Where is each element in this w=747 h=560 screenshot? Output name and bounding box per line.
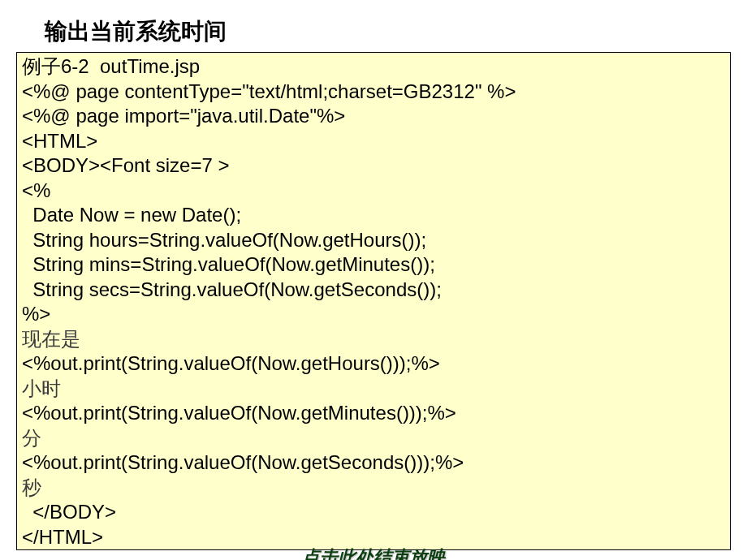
slide-title: 输出当前系统时间 xyxy=(45,16,747,47)
code-line: String mins=String.valueOf(Now.getMinute… xyxy=(22,252,725,278)
code-line: <%out.print(String.valueOf(Now.getSecond… xyxy=(22,450,725,476)
code-line: 分 xyxy=(22,426,725,451)
code-line: 小时 xyxy=(22,377,725,402)
code-line: <%out.print(String.valueOf(Now.getHours(… xyxy=(22,351,725,377)
code-line: <%@ page contentType="text/html;charset=… xyxy=(22,80,725,105)
code-line: String hours=String.valueOf(Now.getHours… xyxy=(22,228,725,253)
code-line: String secs=String.valueOf(Now.getSecond… xyxy=(22,278,725,303)
code-line: <HTML> xyxy=(22,129,725,154)
code-container: 例子6-2 outTime.jsp <%@ page contentType="… xyxy=(16,52,731,550)
code-line: 现在是 xyxy=(22,327,725,352)
code-line: 例子6-2 outTime.jsp xyxy=(22,54,725,80)
footer-link[interactable]: 点击此处结束放映 xyxy=(0,545,747,560)
code-line: Date Now = new Date(); xyxy=(22,203,725,228)
code-line: <%@ page import="java.util.Date"%> xyxy=(22,104,725,129)
code-line: %> xyxy=(22,302,725,327)
code-line: <%out.print(String.valueOf(Now.getMinute… xyxy=(22,401,725,426)
code-line: 秒 xyxy=(22,476,725,501)
code-line: <% xyxy=(22,179,725,204)
code-line: </BODY> xyxy=(22,500,725,525)
code-line: <BODY><Font size=7 > xyxy=(22,153,725,179)
